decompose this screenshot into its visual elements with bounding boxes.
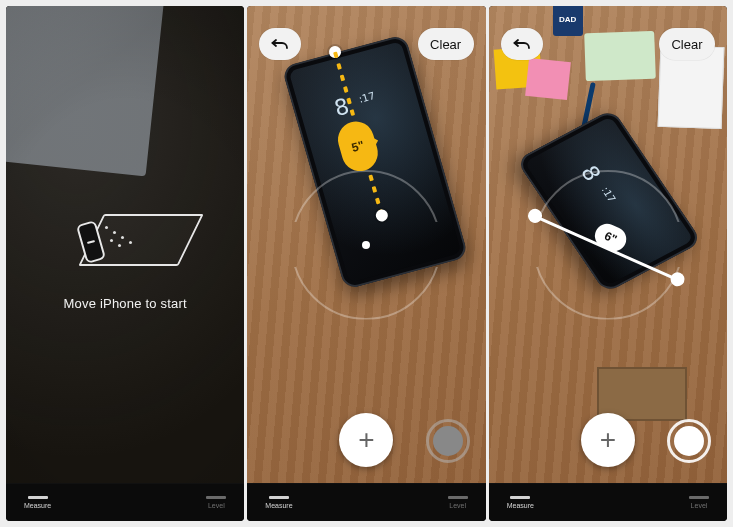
undo-icon (513, 37, 531, 51)
shutter-icon (433, 426, 463, 456)
measure-icon (28, 496, 48, 499)
clock-minute: :17 (599, 185, 618, 204)
undo-button[interactable] (259, 28, 301, 60)
screen-measuring-active: 8 :17 5" Clear + (247, 6, 485, 521)
tab-measure[interactable]: Measure (507, 496, 534, 509)
tab-measure[interactable]: Measure (265, 496, 292, 509)
object-photo-frame: DAD (553, 6, 583, 36)
screen-onboarding: Move iPhone to start Measure Level (6, 6, 244, 521)
bottom-tab-bar: Measure Level (6, 483, 244, 521)
level-icon (689, 496, 709, 499)
tab-label: Measure (265, 502, 292, 509)
tab-label: Measure (507, 502, 534, 509)
tab-level[interactable]: Level (448, 496, 468, 509)
bottom-tab-bar: Measure Level (247, 483, 485, 521)
level-icon (206, 496, 226, 499)
undo-button[interactable] (501, 28, 543, 60)
plus-icon: + (358, 426, 374, 454)
tab-level[interactable]: Level (206, 496, 226, 509)
tab-label: Level (691, 502, 708, 509)
snapshot-button[interactable] (426, 419, 470, 463)
clear-button[interactable]: Clear (418, 28, 474, 60)
plus-icon: + (600, 426, 616, 454)
measure-icon (510, 496, 530, 499)
bottom-tab-bar: Measure Level (489, 483, 727, 521)
snapshot-button[interactable] (667, 419, 711, 463)
measure-icon (269, 496, 289, 499)
tab-measure[interactable]: Measure (24, 496, 51, 509)
tab-label: Level (449, 502, 466, 509)
move-phone-icon (55, 206, 195, 274)
clock-hour: 8 (576, 162, 606, 185)
screen-measurement-complete: DAD 8 :17 6" Clear (489, 6, 727, 521)
onboarding-hint-text: Move iPhone to start (64, 296, 187, 311)
clear-button[interactable]: Clear (659, 28, 715, 60)
object-sticky-note-pink (525, 58, 571, 100)
undo-icon (271, 37, 289, 51)
phone-clock: 8 :17 (576, 162, 603, 184)
tab-label: Measure (24, 502, 51, 509)
tab-label: Level (208, 502, 225, 509)
add-point-button[interactable]: + (581, 413, 635, 467)
object-notepad (584, 31, 656, 81)
onboarding-overlay: Move iPhone to start (6, 6, 244, 483)
camera-view: Move iPhone to start (6, 6, 244, 483)
tab-level[interactable]: Level (689, 496, 709, 509)
shutter-icon (674, 426, 704, 456)
level-icon (448, 496, 468, 499)
add-point-button[interactable]: + (339, 413, 393, 467)
clock-minute: :17 (358, 90, 377, 105)
camera-view: DAD 8 :17 6" Clear (489, 6, 727, 483)
camera-view: 8 :17 5" Clear + (247, 6, 485, 483)
